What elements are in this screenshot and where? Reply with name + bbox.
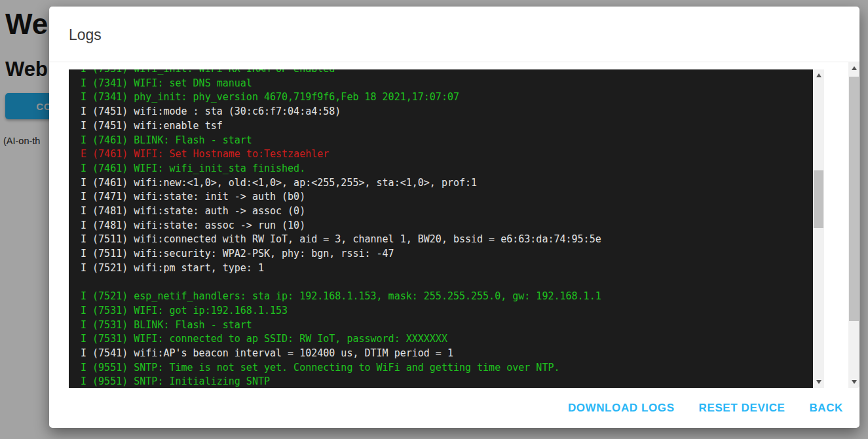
log-line: I (7481) wifi:state: assoc -> run (10)	[81, 219, 813, 233]
log-line: I (9551) SNTP: Time is not set yet. Conn…	[81, 361, 813, 375]
scroll-down-icon[interactable]	[848, 377, 859, 387]
log-line: I (7341) WIFI: set DNS manual	[81, 77, 813, 91]
download-logs-button[interactable]: DOWNLOAD LOGS	[567, 398, 676, 419]
dialog-header: Logs	[49, 7, 859, 62]
log-line: I (7451) wifi:mode : sta (30:c6:f7:04:a4…	[81, 105, 813, 119]
scroll-up-icon[interactable]	[813, 71, 824, 80]
screen: Web Web CON (AI-on-th Logs I (7331) wifi…	[0, 0, 868, 439]
dialog-scrollbar[interactable]	[848, 62, 859, 388]
log-line: I (9551) SNTP: Initializing SNTP	[81, 375, 813, 388]
back-button[interactable]: BACK	[808, 398, 844, 419]
log-line: I (7511) wifi:security: WPA2-PSK, phy: b…	[81, 247, 813, 261]
log-line: I (7451) wifi:enable tsf	[81, 119, 813, 134]
log-output: I (7331) wifi_init: WiFi RX IRAM OP enab…	[69, 69, 813, 388]
log-line: I (7331) wifi_init: WiFi RX IRAM OP enab…	[81, 69, 813, 77]
log-line	[81, 276, 813, 290]
log-line: I (7531) BLINK: Flash - start	[81, 318, 813, 333]
dialog-title: Logs	[69, 26, 102, 44]
reset-device-button[interactable]: RESET DEVICE	[698, 398, 787, 419]
dialog-body: I (7331) wifi_init: WiFi RX IRAM OP enab…	[49, 62, 859, 388]
log-line: I (7541) wifi:AP's beacon interval = 102…	[81, 347, 813, 361]
log-terminal: I (7331) wifi_init: WiFi RX IRAM OP enab…	[69, 69, 824, 388]
log-line: I (7481) wifi:state: auth -> assoc (0)	[81, 204, 813, 219]
log-line: I (7531) WIFI: connected to ap SSID: RW …	[81, 332, 813, 347]
log-line: I (7521) esp_netif_handlers: sta ip: 192…	[81, 290, 813, 304]
log-line: I (7461) BLINK: Flash - start	[81, 134, 813, 148]
log-line: E (7461) WIFI: Set Hostname to:Testzaehl…	[81, 147, 813, 162]
log-line: I (7511) wifi:connected with RW IoT, aid…	[81, 233, 813, 247]
logs-dialog: Logs I (7331) wifi_init: WiFi RX IRAM OP…	[49, 7, 859, 428]
log-line: I (7461) wifi:new:<1,0>, old:<1,0>, ap:<…	[81, 176, 813, 191]
scroll-down-icon[interactable]	[813, 377, 824, 387]
log-line: I (7471) wifi:state: init -> auth (b0)	[81, 190, 813, 204]
log-line: I (7461) WIFI: wifi_init_sta finished.	[81, 162, 813, 176]
log-scrollbar-thumb[interactable]	[814, 170, 823, 228]
scroll-up-icon[interactable]	[848, 64, 859, 73]
log-line: I (7531) WIFI: got ip:192.168.1.153	[81, 304, 813, 318]
log-line: I (7341) phy_init: phy_version 4670,719f…	[81, 90, 813, 105]
log-scrollbar[interactable]	[813, 69, 824, 388]
dialog-footer: DOWNLOAD LOGS RESET DEVICE BACK	[49, 388, 859, 428]
log-line: I (7521) wifi:pm start, type: 1	[81, 261, 813, 276]
dialog-scrollbar-thumb[interactable]	[849, 77, 859, 321]
